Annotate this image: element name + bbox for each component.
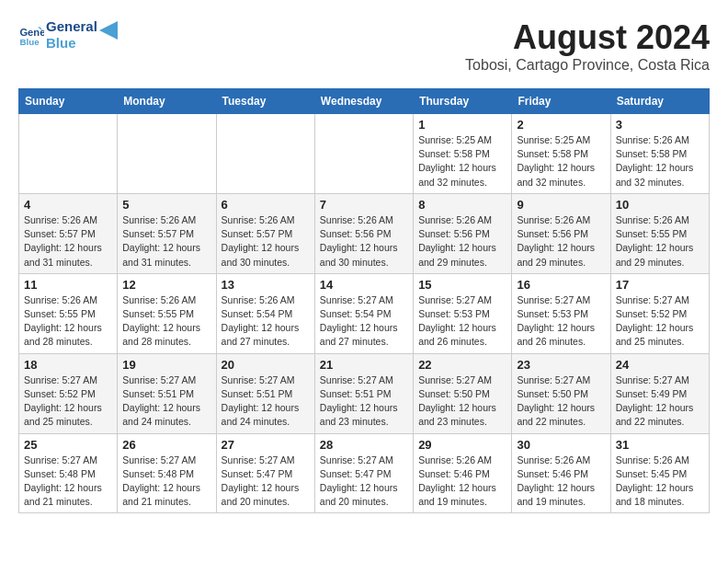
day-info: Sunrise: 5:26 AM Sunset: 5:46 PM Dayligh… — [517, 454, 605, 510]
calendar-week-row: 18Sunrise: 5:27 AM Sunset: 5:52 PM Dayli… — [19, 353, 710, 433]
day-number: 16 — [517, 278, 605, 292]
logo-blue: Blue — [46, 35, 97, 52]
calendar-cell: 4Sunrise: 5:26 AM Sunset: 5:57 PM Daylig… — [19, 193, 118, 273]
column-header-thursday: Thursday — [414, 89, 512, 114]
day-number: 4 — [24, 198, 112, 212]
day-info: Sunrise: 5:27 AM Sunset: 5:49 PM Dayligh… — [616, 373, 704, 430]
calendar-cell: 26Sunrise: 5:27 AM Sunset: 5:48 PM Dayli… — [118, 433, 216, 513]
day-info: Sunrise: 5:27 AM Sunset: 5:51 PM Dayligh… — [320, 373, 408, 430]
calendar-table: SundayMondayTuesdayWednesdayThursdayFrid… — [18, 88, 710, 513]
day-number: 8 — [418, 198, 506, 212]
calendar-week-row: 11Sunrise: 5:26 AM Sunset: 5:55 PM Dayli… — [19, 273, 710, 353]
day-number: 17 — [616, 278, 704, 292]
column-header-tuesday: Tuesday — [216, 89, 314, 114]
calendar-cell — [314, 114, 413, 194]
calendar-cell: 8Sunrise: 5:26 AM Sunset: 5:56 PM Daylig… — [414, 193, 512, 273]
calendar-cell: 25Sunrise: 5:27 AM Sunset: 5:48 PM Dayli… — [19, 433, 118, 513]
calendar-week-row: 1Sunrise: 5:25 AM Sunset: 5:58 PM Daylig… — [19, 114, 710, 194]
calendar-cell: 14Sunrise: 5:27 AM Sunset: 5:54 PM Dayli… — [314, 273, 413, 353]
svg-text:Blue: Blue — [19, 37, 40, 47]
day-info: Sunrise: 5:27 AM Sunset: 5:47 PM Dayligh… — [320, 454, 408, 510]
day-number: 1 — [418, 118, 506, 132]
day-info: Sunrise: 5:27 AM Sunset: 5:51 PM Dayligh… — [222, 373, 310, 430]
day-number: 18 — [24, 358, 112, 372]
day-number: 11 — [24, 278, 112, 292]
logo: General Blue General Blue — [18, 18, 118, 52]
day-number: 28 — [320, 438, 408, 452]
day-number: 31 — [616, 438, 704, 452]
calendar-cell — [118, 114, 216, 194]
day-number: 7 — [320, 198, 408, 212]
day-number: 12 — [122, 278, 210, 292]
calendar-cell: 9Sunrise: 5:26 AM Sunset: 5:56 PM Daylig… — [512, 193, 610, 273]
calendar-cell: 27Sunrise: 5:27 AM Sunset: 5:47 PM Dayli… — [216, 433, 314, 513]
day-number: 29 — [418, 438, 506, 452]
calendar-cell: 6Sunrise: 5:26 AM Sunset: 5:57 PM Daylig… — [216, 193, 314, 273]
calendar-cell: 3Sunrise: 5:26 AM Sunset: 5:58 PM Daylig… — [610, 114, 709, 194]
day-number: 21 — [320, 358, 408, 372]
logo-general: General — [46, 18, 97, 35]
month-year-title: August 2024 — [465, 18, 710, 57]
day-info: Sunrise: 5:25 AM Sunset: 5:58 PM Dayligh… — [517, 133, 605, 190]
day-number: 14 — [320, 278, 408, 292]
day-info: Sunrise: 5:27 AM Sunset: 5:52 PM Dayligh… — [616, 293, 704, 350]
day-info: Sunrise: 5:26 AM Sunset: 5:54 PM Dayligh… — [222, 293, 310, 350]
day-number: 9 — [517, 198, 605, 212]
day-number: 5 — [122, 198, 210, 212]
day-info: Sunrise: 5:26 AM Sunset: 5:56 PM Dayligh… — [320, 213, 408, 270]
calendar-cell: 16Sunrise: 5:27 AM Sunset: 5:53 PM Dayli… — [512, 273, 610, 353]
calendar-cell: 2Sunrise: 5:25 AM Sunset: 5:58 PM Daylig… — [512, 114, 610, 194]
day-info: Sunrise: 5:27 AM Sunset: 5:52 PM Dayligh… — [24, 373, 112, 430]
calendar-cell: 13Sunrise: 5:26 AM Sunset: 5:54 PM Dayli… — [216, 273, 314, 353]
calendar-week-row: 25Sunrise: 5:27 AM Sunset: 5:48 PM Dayli… — [19, 433, 710, 513]
day-info: Sunrise: 5:27 AM Sunset: 5:53 PM Dayligh… — [517, 293, 605, 350]
day-number: 2 — [517, 118, 605, 132]
day-info: Sunrise: 5:26 AM Sunset: 5:55 PM Dayligh… — [122, 293, 210, 350]
day-number: 10 — [616, 198, 704, 212]
calendar-cell: 21Sunrise: 5:27 AM Sunset: 5:51 PM Dayli… — [314, 353, 413, 433]
day-info: Sunrise: 5:26 AM Sunset: 5:57 PM Dayligh… — [222, 213, 310, 270]
logo-icon: General Blue — [18, 22, 44, 48]
day-info: Sunrise: 5:26 AM Sunset: 5:56 PM Dayligh… — [418, 213, 506, 270]
column-header-friday: Friday — [512, 89, 610, 114]
calendar-week-row: 4Sunrise: 5:26 AM Sunset: 5:57 PM Daylig… — [19, 193, 710, 273]
calendar-cell: 23Sunrise: 5:27 AM Sunset: 5:50 PM Dayli… — [512, 353, 610, 433]
day-number: 30 — [517, 438, 605, 452]
calendar-cell: 1Sunrise: 5:25 AM Sunset: 5:58 PM Daylig… — [414, 114, 512, 194]
day-info: Sunrise: 5:26 AM Sunset: 5:56 PM Dayligh… — [517, 213, 605, 270]
day-number: 25 — [24, 438, 112, 452]
day-number: 19 — [122, 358, 210, 372]
calendar-cell: 22Sunrise: 5:27 AM Sunset: 5:50 PM Dayli… — [414, 353, 512, 433]
title-section: August 2024 Tobosi, Cartago Province, Co… — [465, 18, 710, 74]
calendar-cell: 12Sunrise: 5:26 AM Sunset: 5:55 PM Dayli… — [118, 273, 216, 353]
calendar-cell: 24Sunrise: 5:27 AM Sunset: 5:49 PM Dayli… — [610, 353, 709, 433]
column-header-saturday: Saturday — [610, 89, 709, 114]
svg-marker-3 — [99, 21, 118, 40]
calendar-cell: 10Sunrise: 5:26 AM Sunset: 5:55 PM Dayli… — [610, 193, 709, 273]
calendar-cell: 19Sunrise: 5:27 AM Sunset: 5:51 PM Dayli… — [118, 353, 216, 433]
day-info: Sunrise: 5:25 AM Sunset: 5:58 PM Dayligh… — [418, 133, 506, 190]
calendar-cell: 29Sunrise: 5:26 AM Sunset: 5:46 PM Dayli… — [414, 433, 512, 513]
day-number: 22 — [418, 358, 506, 372]
calendar-cell — [19, 114, 118, 194]
day-info: Sunrise: 5:26 AM Sunset: 5:55 PM Dayligh… — [24, 293, 112, 350]
day-number: 3 — [616, 118, 704, 132]
calendar-cell: 28Sunrise: 5:27 AM Sunset: 5:47 PM Dayli… — [314, 433, 413, 513]
day-number: 26 — [122, 438, 210, 452]
calendar-cell: 31Sunrise: 5:26 AM Sunset: 5:45 PM Dayli… — [610, 433, 709, 513]
day-info: Sunrise: 5:27 AM Sunset: 5:48 PM Dayligh… — [24, 454, 112, 510]
calendar-header-row: SundayMondayTuesdayWednesdayThursdayFrid… — [19, 89, 710, 114]
day-number: 20 — [222, 358, 310, 372]
day-info: Sunrise: 5:27 AM Sunset: 5:51 PM Dayligh… — [122, 373, 210, 430]
day-info: Sunrise: 5:27 AM Sunset: 5:53 PM Dayligh… — [418, 293, 506, 350]
calendar-cell: 20Sunrise: 5:27 AM Sunset: 5:51 PM Dayli… — [216, 353, 314, 433]
day-number: 23 — [517, 358, 605, 372]
day-info: Sunrise: 5:27 AM Sunset: 5:47 PM Dayligh… — [222, 454, 310, 510]
calendar-cell: 5Sunrise: 5:26 AM Sunset: 5:57 PM Daylig… — [118, 193, 216, 273]
column-header-sunday: Sunday — [19, 89, 118, 114]
location-subtitle: Tobosi, Cartago Province, Costa Rica — [465, 57, 710, 74]
day-info: Sunrise: 5:26 AM Sunset: 5:45 PM Dayligh… — [616, 454, 704, 510]
column-header-monday: Monday — [118, 89, 216, 114]
day-info: Sunrise: 5:26 AM Sunset: 5:58 PM Dayligh… — [616, 133, 704, 190]
logo-arrow-icon — [99, 21, 118, 40]
